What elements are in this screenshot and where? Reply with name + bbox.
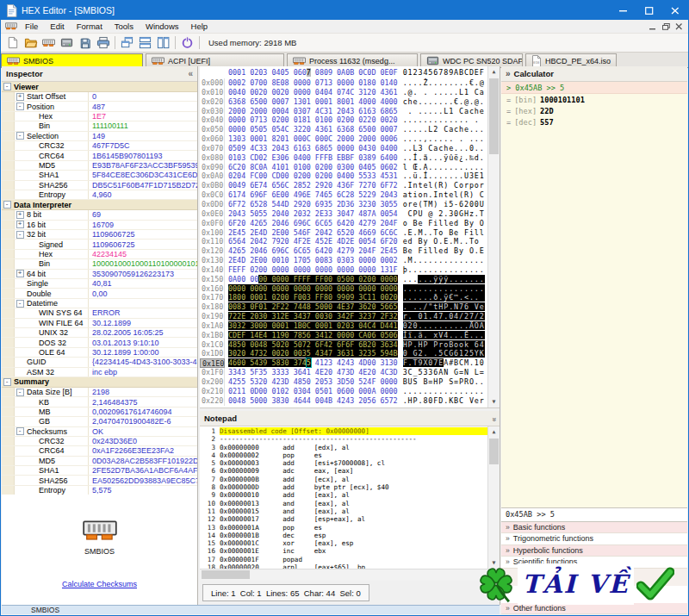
hex-row[interactable]: 0x0D06F72 6528 544D 2920 6935 2D36 3230 … [200, 200, 488, 209]
hex-bytes[interactable]: 4255 5320 423D 4850 2053 3D50 524F 0000 [228, 377, 398, 387]
hex-ascii[interactable]: 3C_5336AN G=N L= [403, 368, 485, 377]
collapse-icon[interactable]: - [3, 83, 11, 90]
document-system-icon[interactable] [5, 22, 17, 30]
collapse-icon[interactable]: - [16, 103, 24, 110]
hex-row[interactable]: 0x0A00204 FC00 CD00 0200 0200 0400 5533 … [200, 171, 488, 181]
tab-process-11632-msedg[interactable]: Process 11632 (msedg... [287, 53, 418, 67]
hex-ascii[interactable]: F.T9X07EA#BCM.10 [403, 358, 485, 368]
row-value[interactable]: 0x243D36E0 [89, 437, 197, 445]
hex-bytes[interactable]: 0A00 0000 0000 FFFF FF00 0500 0200 0000 [228, 275, 398, 284]
hex-bytes[interactable]: 1800 0001 0200 F003 FF80 9909 3C11 0020 [228, 293, 398, 302]
inspector-row-crc64[interactable]: CRC640xA1F2266E3EE23FA2 [2, 446, 197, 456]
power-button[interactable] [178, 34, 196, 51]
tile-horizontal-button[interactable] [136, 34, 154, 51]
scrollbar-thumb[interactable] [202, 570, 250, 579]
collapse-icon[interactable]: - [16, 231, 24, 239]
row-value[interactable]: 28.02.2005 16:05:25 [89, 328, 197, 337]
hex-row[interactable]: 0x1302E4D 2E00 0010 1705 0083 0303 0000 … [200, 256, 488, 265]
save-button[interactable] [76, 34, 94, 51]
collapse-icon[interactable]: - [16, 389, 24, 396]
hex-row[interactable]: 0x1A03032 3000 0001 1B0C 0001 0203 04C4 … [200, 321, 488, 331]
notepad-line[interactable]: 40x00000002 pop es [200, 451, 488, 459]
calculator-input[interactable]: 0x45AB >> 5 [501, 507, 687, 522]
row-value[interactable]: 30.12.1899 1:00:00 [89, 348, 197, 357]
hex-ascii[interactable]: r. 01.47.04/27/2 [403, 312, 485, 321]
inspector-row-bin[interactable]: Bin111100111 [2, 121, 197, 131]
tile-vertical-button[interactable] [154, 34, 172, 51]
hex-bytes[interactable]: 2E45 2E4D 2E00 546F 2042 6520 4669 6C6C [228, 228, 398, 238]
notepad-line[interactable]: 170x0000001F popad [200, 556, 488, 563]
hex-row[interactable]: 0x0302000 2000 0004 0307 4C31 2043 6163 … [200, 107, 488, 116]
row-value[interactable]: 30.12.1899 [89, 319, 197, 327]
notepad-line[interactable]: 2---------------------------------------… [200, 435, 488, 443]
inspector-section-viewer[interactable]: -Viewer [2, 82, 197, 92]
mdi-close-button[interactable] [675, 23, 683, 30]
scrollbar-thumb[interactable] [489, 78, 499, 154]
notepad-line[interactable]: 70x0000000B add [ecx], al [200, 476, 488, 483]
hex-ascii[interactable]: l Œ.A........... [403, 163, 485, 172]
inspector-row-data-size-b[interactable]: -Data Size [B]2198 [2, 388, 197, 397]
hex-bytes[interactable]: 3032 3000 0001 1B0C 0001 0203 04C4 D441 [228, 321, 398, 331]
row-value[interactable]: 111100111 [89, 121, 197, 130]
inspector-row-sha256[interactable]: SHA256DB5C51F60B47F1D715B2D7201... [2, 181, 197, 190]
hex-bytes[interactable]: 0048 5000 3830 4644 004B 4243 2056 6572 [228, 396, 398, 406]
inspector-row-checksums[interactable]: -ChecksumsOK [2, 427, 197, 437]
mdi-restore-button[interactable] [662, 23, 670, 30]
inspector-row-signed[interactable]: Signed1109606725 [2, 240, 197, 249]
hex-bytes[interactable]: 2E4D 2E00 0010 1705 0083 0303 0000 0002 [228, 256, 398, 265]
hex-ascii[interactable]: ....Ž........€.@ [403, 78, 485, 88]
hex-ascii[interactable]: 020..........ÄÔA [403, 321, 485, 331]
collapse-panel-icon[interactable]: « [188, 69, 193, 78]
hex-ascii[interactable]: Íï.ä. xV4...Ê... [403, 331, 485, 340]
row-value[interactable]: 3530907059126223173 [89, 270, 197, 278]
notepad-line[interactable]: 60x00000009 adc eax, [eax] [200, 467, 488, 475]
hex-bytes[interactable]: 0103 CD02 E306 0400 FFFB EBBF 0389 6400 [228, 153, 398, 163]
hex-row[interactable]: 0x0E02043 5055 2040 2032 2E33 3047 487A … [200, 209, 488, 219]
inspector-row-md5[interactable]: MD5E93B78AF6F23ACC3BF5953998... [2, 161, 197, 171]
hex-bytes[interactable]: 3343 5F35 3333 3641 4E20 473D 4E20 4C3D [228, 368, 398, 377]
hex-bytes[interactable]: 6564 2042 7920 4F2E 452E 4D2E 0054 6F20 [228, 237, 398, 246]
hex-bytes[interactable]: 4850 0048 5020 5072 6F42 6F6F 6B20 3634 [228, 340, 398, 350]
collapse-icon[interactable]: - [3, 201, 11, 208]
tab-wdc-pc-sn520-sdap[interactable]: WDC PC SN520 SDAP... [420, 53, 523, 67]
hex-row[interactable]: 0x2004255 5320 423D 4850 2053 3D50 524F … [200, 377, 488, 387]
hex-ascii[interactable]: ..Í.ã...ÿûë¿.‰d. [403, 153, 485, 163]
expand-panel-icon[interactable]: » [506, 69, 511, 78]
row-value[interactable]: E93B78AF6F23ACC3BF5953998... [89, 161, 197, 170]
inspector-row-8-bit[interactable]: +8 bit69 [2, 210, 197, 220]
inspector-row-32-bit[interactable]: -32 bit1109606725 [2, 230, 197, 240]
hex-row[interactable]: 0x0400000 0713 0200 0181 0100 0200 0220 … [200, 115, 488, 125]
hex-row[interactable]: 0x2100211 0D00 0102 0304 0501 0600 000A … [200, 387, 488, 396]
close-button[interactable] [662, 1, 688, 20]
collapse-icon[interactable]: - [16, 300, 24, 308]
disk-drive-button[interactable] [58, 34, 76, 51]
hex-bytes[interactable]: 6368 6500 0007 1301 0001 8001 4000 4000 [228, 97, 398, 107]
collapse-icon[interactable]: - [3, 378, 11, 386]
row-value[interactable]: 1109606725 [89, 230, 197, 239]
row-value[interactable]: EA502562DD93883A9EC85C795... [89, 476, 197, 485]
inspector-row-hex[interactable]: Hex42234145 [2, 250, 197, 259]
notepad-line[interactable]: 80x0000000D add byte ptr [ecx], $40 [200, 483, 488, 491]
open-folder-button[interactable] [22, 34, 40, 51]
inspector-row-datetime[interactable]: -Datetime [2, 299, 197, 308]
notepad-line[interactable]: 120x00000017 add [esp+eax], al [200, 515, 488, 523]
menu-item-help[interactable]: Help [185, 22, 214, 31]
inspector-row-dos-32[interactable]: DOS 3203.01.2013 9:10:10 [2, 338, 197, 347]
hex-rows[interactable]: 0x0000002 0700 8E08 0000 0713 0000 0180 … [200, 78, 488, 408]
hex-row[interactable]: 0x0000002 0700 8E08 0000 0713 0000 0180 … [200, 78, 488, 88]
inspector-row-crc32[interactable]: CRC320x243D36E0 [2, 437, 197, 446]
row-value[interactable]: 0D03A28AC2B583FF101922D41... [89, 457, 197, 465]
hex-row[interactable]: 0x0C06174 696F 6E00 496E 7465 6C28 5229 … [200, 190, 488, 200]
minimize-button[interactable] [611, 1, 636, 20]
inspector-row-guid[interactable]: GUID{42234145-4D43-3100-3033-43... [2, 358, 197, 367]
inspector-row-sha256[interactable]: SHA256EA502562DD93883A9EC85C795... [2, 476, 197, 485]
row-value[interactable]: 1109606725 [89, 240, 197, 249]
row-value[interactable]: 0,00209617614746094 [89, 408, 197, 416]
notepad-line[interactable]: 100x00000013 and [eax], al [200, 500, 488, 507]
row-value[interactable]: 16709 [89, 221, 197, 229]
hex-ascii[interactable]: . ../"tHP.N76 Ve [403, 302, 485, 312]
hex-bytes[interactable]: CDEF 14E4 1190 7856 3412 0000 CA06 0506 [228, 331, 398, 340]
row-value[interactable]: 2,146484375 [89, 398, 197, 407]
hex-row[interactable]: 0x1D03020 4732 0020 0035 4347 3631 3235 … [200, 349, 488, 358]
inspector-row-start-offset[interactable]: +Start Offset0 [2, 92, 197, 102]
